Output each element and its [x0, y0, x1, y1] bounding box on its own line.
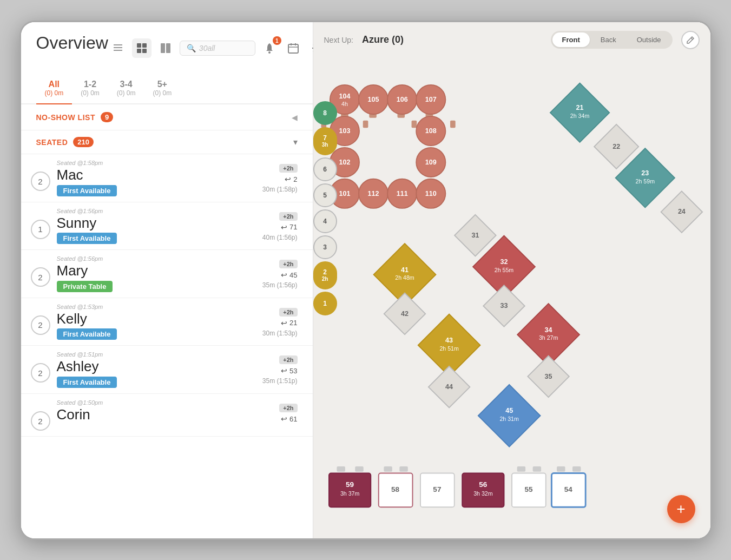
seat — [384, 466, 392, 471]
v-tab-1[interactable]: 1 — [313, 292, 337, 315]
list-view-btn[interactable] — [108, 38, 128, 58]
right-panel: Next Up: Azure (0) Front Back Outside — [313, 22, 710, 538]
v-tab-4[interactable]: 4 — [313, 209, 337, 233]
svg-text:56: 56 — [479, 480, 488, 488]
guest-item[interactable]: 2 Seated @1:51pm Ashley First Available … — [21, 346, 313, 394]
svg-text:103: 103 — [339, 127, 350, 134]
guest-seated-time: Seated @1:50pm — [57, 399, 280, 406]
floor-map: 104 4h 105 106 107 103 108 102 — [313, 58, 710, 538]
guest-info: Seated @1:51pm Ashley First Available — [50, 351, 262, 388]
edit-floor-btn[interactable] — [681, 31, 700, 49]
table-info: ↩ 21 — [281, 319, 297, 327]
plus2h-btn[interactable]: +2h — [279, 164, 297, 173]
grid-view-btn[interactable] — [132, 38, 152, 58]
v-tab-7[interactable]: 7 3h — [313, 127, 337, 155]
guest-item[interactable]: 2 Seated @1:50pm Corin +2h ↩ 61 — [21, 394, 313, 437]
tab-all[interactable]: All (0) 0m — [36, 73, 73, 105]
tab-3-4[interactable]: 3-4 (0) 0m — [108, 73, 144, 104]
guest-info: Seated @1:56pm Sunny First Available — [50, 208, 262, 245]
guest-name: Mary — [57, 263, 262, 279]
guest-party-size: 2 — [31, 411, 50, 431]
guest-party-size: 2 — [31, 267, 50, 287]
transfer-icon: ↩ — [281, 414, 287, 423]
svg-text:35: 35 — [544, 372, 552, 380]
tab-5-plus[interactable]: 5+ (0) 0m — [144, 73, 181, 104]
svg-rect-0 — [114, 44, 122, 45]
notification-btn[interactable]: 1 — [260, 38, 279, 58]
guest-item[interactable]: 2 Seated @1:58pm Mac First Available +2h… — [21, 154, 313, 202]
tab-1-2[interactable]: 1-2 (0) 0m — [72, 73, 108, 104]
guest-seated-time: Seated @1:51pm — [57, 351, 262, 358]
guest-tag: Private Table — [57, 281, 113, 292]
svg-text:105: 105 — [367, 95, 379, 103]
table-num: 53 — [289, 367, 297, 375]
svg-text:42: 42 — [401, 309, 409, 317]
next-up-label: Next Up: — [324, 36, 353, 44]
tab-back[interactable]: Back — [591, 32, 626, 47]
v-tab-3[interactable]: 3 — [313, 235, 337, 259]
svg-text:32: 32 — [500, 258, 508, 266]
seat — [399, 466, 407, 471]
guest-info: Seated @1:53pm Kelly First Available — [50, 304, 262, 340]
v-tab-2[interactable]: 2 2h — [313, 261, 337, 289]
time-info: 40m (1:56p) — [262, 234, 298, 241]
time-info: 35m (1:56p) — [262, 281, 298, 289]
svg-text:45: 45 — [505, 407, 513, 414]
guest-right: +2h ↩ 21 30m (1:53p) — [262, 304, 298, 337]
table-num: 61 — [289, 415, 297, 423]
svg-rect-4 — [142, 43, 147, 48]
seat — [450, 120, 456, 128]
guest-name: Kelly — [57, 311, 262, 327]
svg-text:102: 102 — [339, 158, 350, 166]
guest-right: +2h ↩ 53 35m (1:51p) — [262, 351, 298, 385]
calendar-btn[interactable] — [284, 38, 303, 58]
plus2h-btn[interactable]: +2h — [279, 212, 297, 221]
seated-count: 210 — [73, 137, 94, 147]
svg-line-15 — [691, 38, 693, 39]
svg-point-9 — [268, 51, 271, 54]
guest-info: Seated @1:50pm Corin — [50, 399, 280, 423]
v-tab-8[interactable]: 8 — [313, 101, 337, 125]
guest-item[interactable]: 2 Seated @1:53pm Kelly First Available +… — [21, 298, 313, 346]
party-size-tabs: All (0) 0m 1-2 (0) 0m 3-4 (0) 0m 5+ (0) … — [21, 73, 313, 105]
left-panel: Overview 🔍 30all — [21, 22, 313, 538]
guest-info: Seated @1:58pm Mac First Available — [50, 160, 262, 196]
guest-item[interactable]: 2 Seated @1:56pm Mary Private Table +2h … — [21, 250, 313, 298]
noshow-bar[interactable]: NO-SHOW LIST 9 ◀ — [21, 104, 313, 130]
svg-text:55: 55 — [524, 485, 533, 493]
guest-item[interactable]: 1 Seated @1:56pm Sunny First Available +… — [21, 202, 313, 251]
v-tab-6[interactable]: 6 — [313, 157, 337, 181]
plus2h-btn[interactable]: +2h — [279, 355, 297, 364]
guest-tag: First Available — [57, 233, 117, 244]
svg-rect-1 — [114, 47, 122, 48]
transfer-icon: ↩ — [281, 366, 287, 375]
table-info: ↩ 53 — [281, 366, 297, 375]
tab-front[interactable]: Front — [552, 32, 590, 47]
notification-badge: 1 — [273, 36, 281, 45]
floor-svg: 104 4h 105 106 107 103 108 102 — [313, 58, 710, 538]
plus2h-btn[interactable]: +2h — [279, 308, 297, 317]
transfer-icon: ↩ — [281, 271, 287, 279]
app-title: Overview — [36, 33, 108, 53]
seat — [532, 466, 541, 471]
guest-info: Seated @1:56pm Mary Private Table — [50, 255, 262, 292]
svg-text:43: 43 — [445, 337, 453, 344]
table-info: ↩ 45 — [281, 271, 297, 279]
add-fab-btn[interactable]: + — [667, 495, 695, 523]
svg-text:21: 21 — [576, 104, 583, 111]
guest-right: +2h ↩ 61 — [279, 399, 297, 423]
plus2h-btn[interactable]: +2h — [279, 404, 297, 412]
guest-seated-time: Seated @1:56pm — [57, 208, 262, 214]
svg-text:108: 108 — [425, 127, 436, 134]
guest-name: Ashley — [57, 359, 262, 374]
plus2h-btn[interactable]: +2h — [279, 260, 297, 268]
guest-party-size: 2 — [31, 363, 50, 383]
v-tab-5[interactable]: 5 — [313, 183, 337, 207]
seat — [572, 466, 581, 471]
search-input[interactable]: 30all — [199, 44, 215, 52]
seated-bar[interactable]: SEATED 210 ▾ — [21, 130, 313, 154]
time-info: 30m (1:53p) — [262, 330, 298, 337]
split-view-btn[interactable] — [156, 38, 175, 58]
tab-outside[interactable]: Outside — [627, 32, 671, 47]
svg-text:106: 106 — [396, 95, 407, 103]
